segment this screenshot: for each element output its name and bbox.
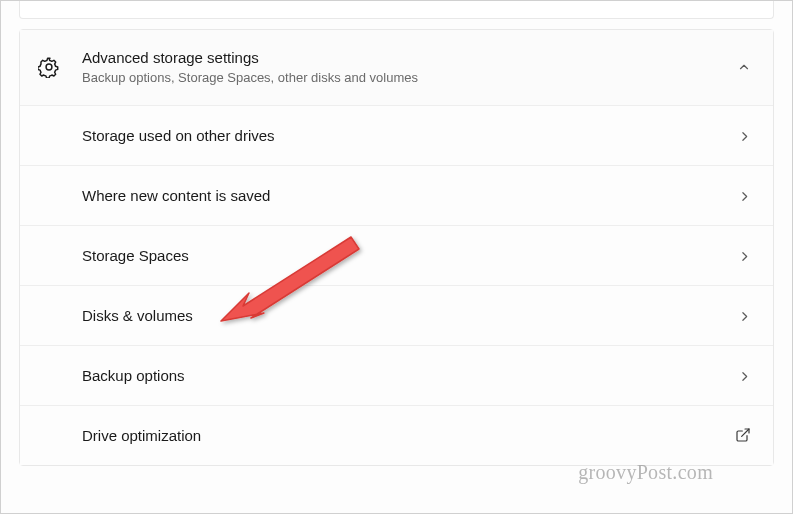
- advanced-storage-header[interactable]: Advanced storage settings Backup options…: [20, 30, 773, 105]
- item-storage-spaces[interactable]: Storage Spaces: [20, 225, 773, 285]
- header-text-block: Advanced storage settings Backup options…: [82, 48, 737, 87]
- item-where-new-content[interactable]: Where new content is saved: [20, 165, 773, 225]
- external-link-icon: [735, 427, 751, 443]
- header-title: Advanced storage settings: [82, 48, 737, 68]
- previous-panel-bottom: [19, 1, 774, 19]
- svg-point-0: [46, 64, 52, 70]
- item-label: Disks & volumes: [82, 307, 738, 324]
- chevron-right-icon: [738, 189, 751, 202]
- chevron-right-icon: [738, 249, 751, 262]
- chevron-up-icon: [737, 60, 751, 74]
- item-label: Storage used on other drives: [82, 127, 738, 144]
- item-backup-options[interactable]: Backup options: [20, 345, 773, 405]
- item-label: Drive optimization: [82, 427, 735, 444]
- item-label: Where new content is saved: [82, 187, 738, 204]
- chevron-right-icon: [738, 309, 751, 322]
- item-drive-optimization[interactable]: Drive optimization: [20, 405, 773, 465]
- advanced-storage-panel: Advanced storage settings Backup options…: [19, 29, 774, 466]
- item-label: Backup options: [82, 367, 738, 384]
- item-storage-other-drives[interactable]: Storage used on other drives: [20, 105, 773, 165]
- header-subtitle: Backup options, Storage Spaces, other di…: [82, 69, 737, 87]
- item-disks-volumes[interactable]: Disks & volumes: [20, 285, 773, 345]
- item-label: Storage Spaces: [82, 247, 738, 264]
- chevron-right-icon: [738, 369, 751, 382]
- gear-icon: [38, 56, 60, 78]
- svg-line-1: [742, 429, 749, 436]
- chevron-right-icon: [738, 129, 751, 142]
